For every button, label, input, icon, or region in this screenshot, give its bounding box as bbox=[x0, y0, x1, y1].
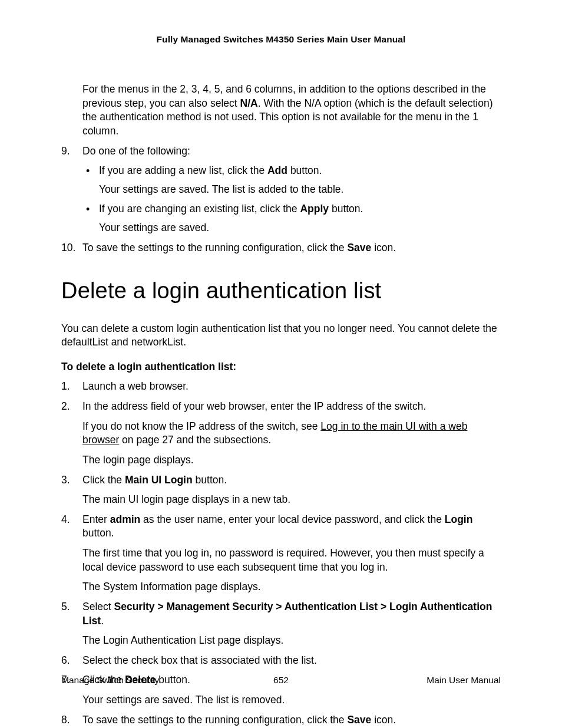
step-number: 9. bbox=[61, 144, 70, 159]
text: If you are changing an existing list, cl… bbox=[99, 203, 300, 215]
text: Select bbox=[82, 601, 114, 612]
menu-path-bold: Security > Management Security > Authent… bbox=[82, 601, 492, 627]
save-bold: Save bbox=[347, 242, 371, 253]
text: icon. bbox=[371, 714, 396, 726]
step-8: 8. To save the settings to the running c… bbox=[61, 713, 501, 727]
step-3: 3. Click the Main UI Login button. The m… bbox=[61, 473, 501, 507]
bullet-item: If you are adding a new list, click the … bbox=[82, 164, 501, 196]
page-footer: Manage Switch Security 652 Main User Man… bbox=[61, 675, 501, 686]
text: To save the settings to the running conf… bbox=[82, 714, 347, 726]
admin-bold: admin bbox=[110, 513, 141, 525]
text: Launch a web browser. bbox=[82, 380, 501, 394]
page-header: Fully Managed Switches M4350 Series Main… bbox=[61, 34, 501, 45]
step-number: 5. bbox=[61, 600, 70, 614]
text: Enter bbox=[82, 513, 110, 525]
section-intro: You can delete a custom login authentica… bbox=[61, 322, 501, 350]
text: The System Information page displays. bbox=[82, 580, 501, 594]
na-bold: N/A bbox=[240, 97, 258, 109]
text: The first time that you log in, no passw… bbox=[82, 546, 501, 574]
bullet-item: If you are changing an existing list, cl… bbox=[82, 202, 501, 235]
text: Your settings are saved. The list is add… bbox=[99, 183, 501, 197]
step-number: 4. bbox=[61, 513, 70, 527]
step-text: Do one of the following: bbox=[82, 144, 501, 159]
save-bold: Save bbox=[347, 714, 371, 726]
step-10: 10. To save the settings to the running … bbox=[61, 241, 501, 255]
procedure-heading: To delete a login authentication list: bbox=[61, 360, 501, 374]
step-number: 10. bbox=[61, 241, 75, 255]
main-ui-login-bold: Main UI Login bbox=[125, 474, 193, 486]
step-9: 9. Do one of the following: If you are a… bbox=[61, 144, 501, 235]
text: The Login Authentication List page displ… bbox=[82, 634, 501, 648]
text: button. bbox=[329, 203, 363, 215]
text: Select the check box that is associated … bbox=[82, 654, 501, 668]
text: . bbox=[101, 615, 104, 627]
text: Your settings are saved. The list is rem… bbox=[82, 693, 501, 707]
step-number: 8. bbox=[61, 713, 70, 727]
step-number: 6. bbox=[61, 654, 70, 668]
text: Your settings are saved. bbox=[99, 221, 501, 235]
text: on page 27 and the subsections. bbox=[119, 434, 271, 446]
step-4: 4. Enter admin as the user name, enter y… bbox=[61, 513, 501, 594]
text: In the address field of your web browser… bbox=[82, 400, 501, 414]
text: as the user name, enter your local devic… bbox=[140, 513, 445, 525]
step-6: 6. Select the check box that is associat… bbox=[61, 654, 501, 668]
text: To save the settings to the running conf… bbox=[82, 242, 347, 253]
step-5: 5. Select Security > Management Security… bbox=[61, 600, 501, 648]
step-number: 1. bbox=[61, 380, 70, 394]
step-2: 2. In the address field of your web brow… bbox=[61, 400, 501, 467]
add-bold: Add bbox=[267, 164, 287, 176]
step-number: 3. bbox=[61, 473, 70, 487]
step-1: 1. Launch a web browser. bbox=[61, 380, 501, 394]
text: icon. bbox=[371, 242, 396, 253]
intro-paragraph: For the menus in the 2, 3, 4, 5, and 6 c… bbox=[82, 83, 501, 139]
text: button. bbox=[287, 164, 322, 176]
text: button. bbox=[82, 527, 114, 539]
text: If you do not know the IP address of the… bbox=[82, 420, 320, 432]
footer-page-number: 652 bbox=[61, 675, 501, 686]
text: The login page displays. bbox=[82, 453, 501, 467]
step-number: 2. bbox=[61, 400, 70, 414]
text: button. bbox=[193, 474, 227, 486]
text: If you are adding a new list, click the bbox=[99, 164, 267, 176]
text: Click the bbox=[82, 474, 125, 486]
section-heading: Delete a login authentication list bbox=[61, 276, 501, 306]
text: The main UI login page displays in a new… bbox=[82, 493, 501, 507]
login-bold: Login bbox=[445, 513, 473, 525]
apply-bold: Apply bbox=[300, 203, 329, 215]
